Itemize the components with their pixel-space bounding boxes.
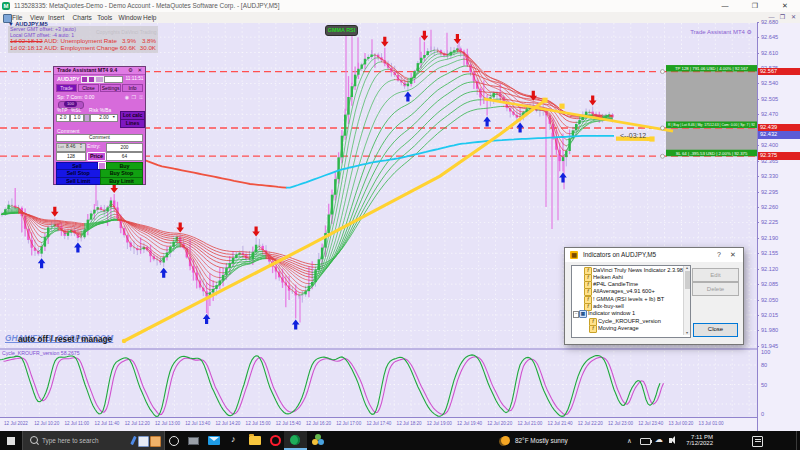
news-event-row: 1d 02:18:12AUD: Employment Change60.6K30… — [10, 45, 156, 52]
indicator-window-group[interactable]: ▦Indicator window 1− — [572, 310, 690, 317]
tray-cloud-icon[interactable]: ☁ — [655, 435, 663, 444]
tp-points-input[interactable]: 64 — [106, 152, 143, 161]
ring-app-icon[interactable] — [169, 436, 179, 446]
buy-signal-arrow-icon — [516, 123, 524, 133]
input-tp-pct[interactable]: 2.0 — [56, 114, 70, 122]
music-app-icon[interactable]: ♪ — [231, 434, 236, 444]
tray-clock[interactable]: 7:11 PM7/12/2022 — [683, 434, 713, 448]
indicator-item[interactable]: f! GMMA (RSI levels + lb) BT — [572, 295, 690, 302]
indicator-item[interactable]: fCycle_KROUFR_version — [572, 317, 690, 324]
menu-tools[interactable]: Tools — [97, 12, 112, 23]
menu-charts[interactable]: Charts — [73, 12, 92, 23]
window-minimize-button[interactable]: — — [710, 0, 740, 12]
tab-close[interactable]: Close — [78, 84, 99, 92]
weather-text[interactable]: 82°F Mostly sunny — [515, 437, 568, 444]
gmma-rsi-badge[interactable]: GMMA RSI — [325, 25, 358, 36]
menu-window[interactable]: Window — [119, 12, 142, 23]
scrollbar-down-icon[interactable]: ▼ — [684, 331, 690, 335]
indicator-item[interactable]: fDaVinci Truly News Indicator 2.3.98 — [572, 266, 690, 273]
time-tick-label: 12 Jul 19:00 — [427, 421, 452, 426]
film-app-icon[interactable] — [188, 437, 199, 445]
indicator-item[interactable]: fadx-buy-sell — [572, 302, 690, 309]
tray-battery-icon[interactable] — [640, 438, 651, 445]
take-profit-bar-label: TP 128 | 791.06 USD | 4.00% | 92.567 — [675, 66, 749, 71]
risk-dropdown-arrow-icon[interactable]: ▼ — [112, 115, 116, 119]
menu-help[interactable]: Help — [143, 12, 156, 23]
window-title: 113528335: MetaQuotes-Demo - Demo Accoun… — [14, 1, 279, 11]
tray-time: 7:11 PM — [683, 434, 713, 441]
indicator-item[interactable]: fAllAverages_v4.91 600+ — [572, 288, 690, 295]
lot-prefix: Lot — [58, 143, 64, 150]
panel-symbol-field[interactable] — [104, 76, 123, 83]
price-button[interactable]: Price — [87, 152, 106, 161]
panel-toggle-knob[interactable]: 100 — [64, 101, 77, 107]
list-scrollbar[interactable]: ▲▼ — [683, 266, 690, 335]
window-maximize-button[interactable]: ❐ — [740, 0, 770, 12]
explorer-app-icon[interactable] — [249, 436, 261, 445]
panel-close-icon[interactable]: ✕ — [137, 67, 142, 74]
edit-button[interactable]: Edit — [692, 268, 739, 282]
active-app-cell[interactable] — [284, 431, 307, 450]
entry-input[interactable]: 200 — [106, 143, 143, 152]
time-tick-label: 12 Jul 20:20 — [487, 421, 512, 426]
chart-restore-button[interactable]: ❐ — [778, 13, 787, 22]
indicator-function-icon: f — [589, 325, 597, 333]
dialog-close-icon[interactable]: ✕ — [727, 250, 739, 260]
time-tick-label: 12 Jul 12:20 — [125, 421, 150, 426]
panel-mini-button[interactable] — [95, 76, 104, 83]
scrollbar-up-icon[interactable]: ▲ — [684, 266, 690, 270]
comment-input[interactable]: Comment — [56, 134, 143, 143]
price-tick-label: 92.400 — [761, 142, 778, 148]
panel-copy-icon[interactable]: ❐ — [132, 94, 136, 100]
indicator-control-label[interactable]: auto off / reset / manage — [18, 335, 112, 344]
chart-close-button[interactable]: ✕ — [789, 13, 798, 22]
panel-eye-icon[interactable]: ◉ — [125, 94, 129, 100]
close-button[interactable]: Close — [693, 323, 738, 337]
indicator-item[interactable]: fMoving Average — [572, 324, 690, 331]
indicators-list[interactable]: fDaVinci Truly News Indicator 2.3.98fHei… — [571, 265, 691, 338]
price-tick-mark — [757, 238, 759, 239]
tray-chevron-icon[interactable]: ∧ — [627, 437, 632, 445]
sell-limit-button[interactable]: Sell Limit — [56, 177, 101, 186]
sl-points-input[interactable]: 128 — [56, 152, 86, 161]
price-scale[interactable]: 92.68092.64592.61092.57592.54092.50592.4… — [757, 23, 800, 431]
scrollbar-thumb[interactable] — [685, 271, 690, 289]
trade-assistant-corner-label[interactable]: Trade Assistant MT4 ⚙ — [640, 28, 752, 35]
price-tick-mark — [757, 269, 759, 270]
panel-lock-icon[interactable]: ⚿ — [139, 94, 143, 101]
buy-limit-button[interactable]: Buy Limit — [100, 177, 143, 186]
panel-spread-commission: Sp: 7 Com: 0.00 — [57, 94, 95, 100]
input-sl-pct[interactable]: 1.0 — [70, 114, 84, 122]
lines-button[interactable]: Lines — [120, 119, 145, 128]
tab-info[interactable]: Info — [122, 84, 143, 92]
sell-signal-arrow-icon — [589, 96, 597, 106]
panel-mini-button[interactable] — [81, 76, 88, 83]
lot-spinner-icon[interactable]: ▲ ▼ — [80, 143, 83, 149]
window-close-button[interactable]: ✕ — [770, 0, 800, 12]
news-event-previous: 30.0K — [136, 45, 156, 52]
time-axis[interactable]: 12 Jul 202212 Jul 10:2012 Jul 11:0012 Ju… — [0, 417, 757, 432]
indicator-item[interactable]: f#P4L CandleTime — [572, 281, 690, 288]
time-tick-label: 12 Jul 21:00 — [517, 421, 542, 426]
panel-mini-button[interactable] — [88, 76, 95, 83]
panel-settings-icon[interactable]: ⚙ — [128, 67, 133, 74]
tab-settings[interactable]: Settings — [100, 84, 121, 92]
sell-signal-arrow-icon — [176, 223, 184, 233]
indicator-item[interactable]: fHeiken Ashi — [572, 273, 690, 280]
price-tick-mark — [757, 300, 759, 301]
oscillator-scale-label: 80 — [761, 362, 767, 368]
time-tick-label: 12 Jul 15:40 — [276, 421, 301, 426]
colorful-app-icon[interactable] — [312, 434, 325, 447]
dialog-help-button[interactable]: ? — [713, 250, 725, 260]
show-desktop-button[interactable] — [796, 431, 800, 450]
menu-insert[interactable]: Insert — [48, 12, 64, 23]
price-tick-label: 92.645 — [761, 34, 778, 40]
indicator-name: Heiken Ashi — [593, 274, 623, 280]
tab-trade[interactable]: Trade — [56, 84, 77, 92]
delete-button[interactable]: Delete — [692, 282, 739, 296]
tray-speaker-icon[interactable] — [669, 438, 672, 443]
mail-app-icon[interactable] — [208, 436, 220, 445]
opera-app-icon[interactable] — [270, 435, 281, 446]
start-button[interactable] — [0, 431, 22, 450]
notification-center-icon[interactable] — [752, 436, 763, 447]
